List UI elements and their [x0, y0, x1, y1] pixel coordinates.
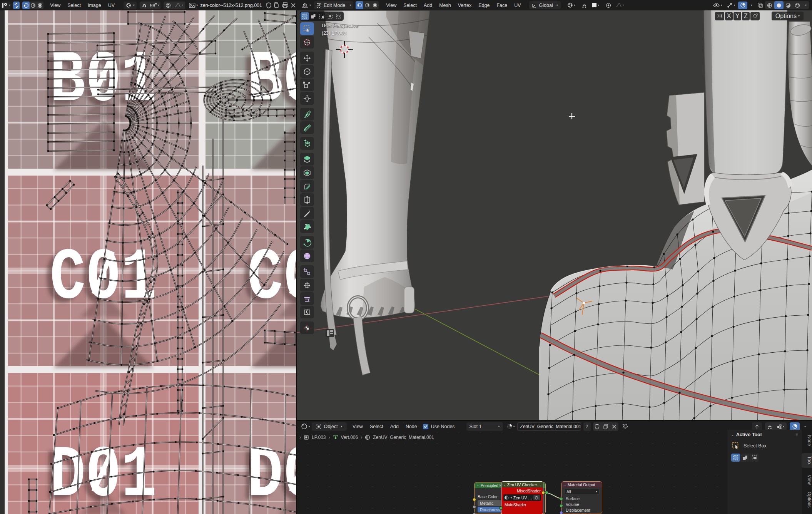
- svg-text:D02: D02: [247, 434, 296, 514]
- svg-text:C02: C02: [247, 237, 296, 320]
